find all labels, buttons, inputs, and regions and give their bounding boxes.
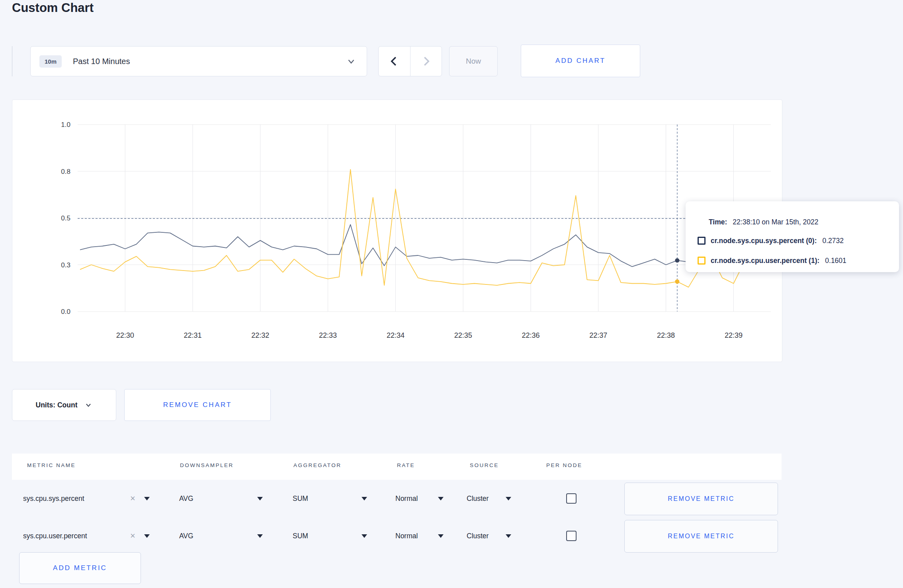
metric-name-caret-icon[interactable] <box>144 480 150 517</box>
rate-caret-icon[interactable] <box>438 480 444 517</box>
remove-chart-button[interactable]: REMOVE CHART <box>124 389 271 421</box>
svg-text:0.8: 0.8 <box>61 168 70 175</box>
downsampler-caret-icon[interactable] <box>257 517 263 555</box>
svg-text:22:39: 22:39 <box>725 331 743 339</box>
svg-text:22:36: 22:36 <box>522 331 539 339</box>
rate-select[interactable]: Normal <box>395 480 418 517</box>
time-range-dropdown[interactable]: 10m Past 10 Minutes <box>30 46 367 76</box>
aggregator-caret-icon[interactable] <box>362 480 367 517</box>
source-caret-icon[interactable] <box>506 480 511 517</box>
tooltip-series-sys-row: cr.node.sys.cpu.sys.percent (0): 0.2732 <box>698 231 899 251</box>
column-header-source: SOURCE <box>470 462 499 468</box>
aggregator-select[interactable]: SUM <box>293 517 308 555</box>
clear-metric-icon[interactable]: × <box>130 480 135 517</box>
tooltip-time-value: 22:38:10 on Mar 15th, 2022 <box>733 218 818 226</box>
time-range-label: Past 10 Minutes <box>73 57 130 66</box>
svg-text:22:31: 22:31 <box>184 331 201 339</box>
tooltip-series-user-name: cr.node.sys.cpu.user.percent (1): <box>711 257 819 265</box>
tooltip-series-sys-name: cr.node.sys.cpu.sys.percent (0): <box>711 237 817 245</box>
chevron-down-icon <box>346 56 356 66</box>
downsampler-select[interactable]: AVG <box>179 517 194 555</box>
time-series-chart[interactable]: 0.00.30.50.81.022:3022:3122:3222:3322:34… <box>12 99 782 362</box>
metric-name-value[interactable]: sys.cpu.sys.percent <box>23 480 84 517</box>
remove-metric-button[interactable]: REMOVE METRIC <box>624 520 778 553</box>
tooltip-series-sys-value: 0.2732 <box>823 237 844 245</box>
page-title: Custom Chart <box>12 1 94 15</box>
time-window-pager <box>378 46 442 76</box>
time-range-badge: 10m <box>39 55 62 68</box>
source-caret-icon[interactable] <box>506 517 511 555</box>
column-header-metric-name: METRIC NAME <box>27 462 76 468</box>
chevron-left-icon <box>388 55 400 67</box>
remove-metric-button[interactable]: REMOVE METRIC <box>624 483 778 515</box>
aggregator-select[interactable]: SUM <box>293 480 308 517</box>
tooltip-series-user-row: cr.node.sys.cpu.user.percent (1): 0.1601 <box>698 251 899 271</box>
chart-canvas: 0.00.30.50.81.022:3022:3122:3222:3322:34… <box>12 100 782 362</box>
svg-text:22:32: 22:32 <box>251 331 269 339</box>
aggregator-caret-icon[interactable] <box>362 517 367 555</box>
chart-hover-tooltip: Time: 22:38:10 on Mar 15th, 2022 cr.node… <box>686 201 899 272</box>
chevron-down-icon <box>84 401 92 409</box>
svg-text:22:38: 22:38 <box>657 331 675 339</box>
metric-name-value[interactable]: sys.cpu.user.percent <box>23 517 87 555</box>
series-sys-swatch-icon <box>698 237 706 245</box>
clear-metric-icon[interactable]: × <box>130 517 135 555</box>
svg-text:22:35: 22:35 <box>454 331 472 339</box>
svg-text:0.0: 0.0 <box>61 308 70 315</box>
units-dropdown[interactable]: Units: Count <box>12 389 116 421</box>
column-header-rate: RATE <box>397 462 415 468</box>
svg-text:1.0: 1.0 <box>61 121 70 129</box>
svg-text:22:33: 22:33 <box>319 331 337 339</box>
source-select[interactable]: Cluster <box>467 517 489 555</box>
previous-time-window-button[interactable] <box>379 47 410 76</box>
svg-text:22:37: 22:37 <box>589 331 607 339</box>
now-button[interactable]: Now <box>449 46 498 76</box>
per-node-checkbox[interactable] <box>566 480 577 517</box>
per-node-checkbox[interactable] <box>566 517 577 555</box>
metric-row: sys.cpu.sys.percent × AVG SUM Normal Clu… <box>12 480 782 517</box>
column-header-aggregator: AGGREGATOR <box>293 462 342 468</box>
source-select[interactable]: Cluster <box>467 480 489 517</box>
next-time-window-button[interactable] <box>410 47 442 76</box>
series-user-swatch-icon <box>698 257 706 265</box>
column-header-per-node: PER NODE <box>546 462 582 468</box>
tooltip-time-row: Time: 22:38:10 on Mar 15th, 2022 <box>709 213 899 231</box>
metric-row: sys.cpu.user.percent × AVG SUM Normal Cl… <box>12 517 782 555</box>
svg-text:0.5: 0.5 <box>61 214 70 222</box>
add-metric-button[interactable]: ADD METRIC <box>19 552 141 584</box>
downsampler-caret-icon[interactable] <box>257 480 263 517</box>
column-header-downsampler: DOWNSAMPLER <box>180 462 234 468</box>
svg-text:22:30: 22:30 <box>116 331 134 339</box>
toolbar-divider <box>12 46 12 76</box>
downsampler-select[interactable]: AVG <box>179 480 194 517</box>
rate-caret-icon[interactable] <box>438 517 444 555</box>
svg-text:22:34: 22:34 <box>387 331 405 339</box>
tooltip-series-user-value: 0.1601 <box>825 257 846 265</box>
metric-name-caret-icon[interactable] <box>144 517 150 555</box>
chevron-right-icon <box>420 55 432 67</box>
tooltip-time-label: Time: <box>709 218 727 226</box>
svg-text:0.3: 0.3 <box>61 261 70 269</box>
units-label: Units: Count <box>36 401 78 409</box>
rate-select[interactable]: Normal <box>395 517 418 555</box>
metrics-table-header: METRIC NAME DOWNSAMPLER AGGREGATOR RATE … <box>12 454 782 480</box>
add-chart-button[interactable]: ADD CHART <box>521 45 640 77</box>
